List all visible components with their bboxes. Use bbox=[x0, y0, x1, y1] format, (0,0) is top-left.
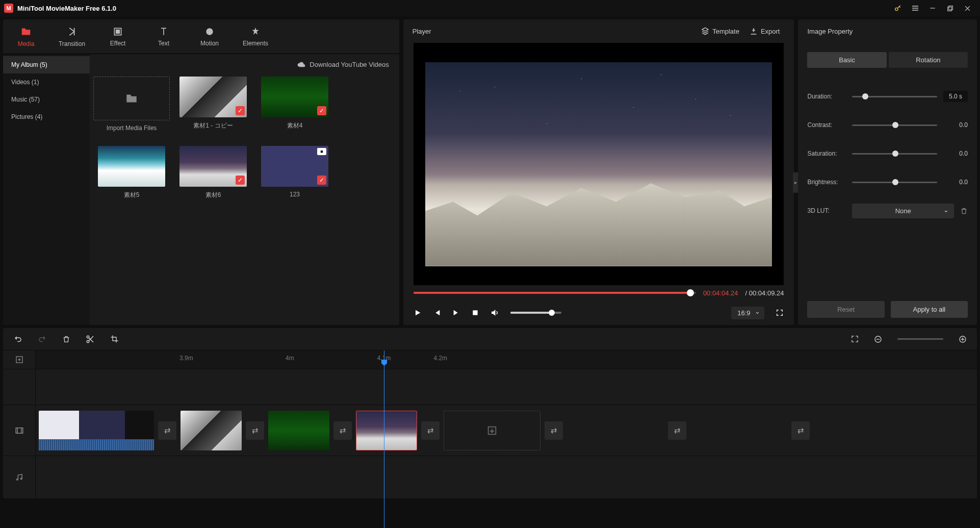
svg-point-15 bbox=[20, 478, 22, 480]
media-thumbnail[interactable]: ■ ✓ bbox=[261, 146, 328, 187]
clip-placeholder[interactable] bbox=[444, 411, 540, 450]
tab-basic[interactable]: Basic bbox=[807, 52, 886, 68]
split-button[interactable] bbox=[86, 335, 95, 344]
zoom-out-button[interactable] bbox=[874, 335, 882, 343]
clip-placeholder[interactable] bbox=[567, 411, 664, 450]
download-youtube-link[interactable]: Download YouTube Videos bbox=[310, 61, 389, 68]
media-thumbnail[interactable]: ✓ bbox=[179, 77, 247, 117]
maximize-icon[interactable] bbox=[941, 0, 959, 16]
hamburger-menu-icon[interactable] bbox=[907, 0, 924, 16]
reset-button[interactable]: Reset bbox=[807, 301, 884, 318]
delete-button[interactable] bbox=[62, 335, 70, 343]
timeline-clip[interactable] bbox=[39, 411, 154, 450]
tab-rotation[interactable]: Rotation bbox=[889, 52, 968, 68]
media-tabs: Media Transition Effect Text Motion Elem… bbox=[3, 19, 399, 54]
next-frame-button[interactable] bbox=[452, 309, 460, 317]
stop-button[interactable] bbox=[472, 309, 479, 316]
timeline-clip[interactable] bbox=[180, 411, 242, 450]
undo-button[interactable] bbox=[13, 335, 22, 344]
upgrade-key-icon[interactable] bbox=[889, 0, 907, 16]
tab-label: Effect bbox=[110, 40, 125, 47]
sidebar-item-music[interactable]: Music (57) bbox=[3, 91, 90, 108]
sidebar-item-pictures[interactable]: Pictures (4) bbox=[3, 108, 90, 125]
aspect-ratio-select[interactable]: 16:9 bbox=[731, 307, 764, 319]
sidebar-item-videos[interactable]: Videos (1) bbox=[3, 73, 90, 91]
timeline-clip-selected[interactable] bbox=[356, 411, 417, 450]
close-icon[interactable] bbox=[959, 0, 976, 16]
template-button[interactable]: Template bbox=[696, 24, 744, 38]
audio-track-icon bbox=[3, 456, 36, 498]
media-thumbnail[interactable]: ✓ bbox=[261, 77, 328, 117]
add-track-button[interactable] bbox=[3, 350, 36, 369]
transition-slot[interactable]: ⇄ bbox=[421, 421, 440, 440]
volume-icon[interactable] bbox=[490, 308, 499, 317]
effect-icon bbox=[113, 27, 123, 37]
import-media-button[interactable] bbox=[93, 77, 170, 120]
transition-slot[interactable]: ⇄ bbox=[333, 421, 352, 440]
time-current: 00:04:04.24 bbox=[703, 289, 738, 297]
minimize-icon[interactable] bbox=[924, 0, 941, 16]
prev-frame-button[interactable] bbox=[433, 309, 441, 317]
volume-slider[interactable] bbox=[510, 312, 561, 314]
ruler-tick: 3.9m bbox=[179, 355, 193, 362]
panel-collapse-handle[interactable]: ▸ bbox=[793, 172, 798, 193]
template-label: Template bbox=[712, 28, 739, 35]
tab-text[interactable]: Text bbox=[141, 19, 187, 54]
duration-label: Duration: bbox=[807, 93, 846, 100]
brightness-label: Brightness: bbox=[807, 179, 846, 186]
timeline-panel: 3.9m 4m 4.1m 4.2m ⇄ ⇄ ⇄ ⇄ ⇄ ⇄ ⇄ bbox=[3, 328, 977, 498]
media-label: 素材4 bbox=[287, 121, 303, 130]
media-thumbnail[interactable] bbox=[98, 146, 165, 187]
duration-slider[interactable] bbox=[852, 96, 937, 97]
used-check-icon: ✓ bbox=[317, 175, 326, 185]
fit-zoom-button[interactable] bbox=[851, 335, 859, 343]
svg-rect-4 bbox=[116, 30, 120, 33]
export-icon bbox=[750, 27, 758, 35]
contrast-slider[interactable] bbox=[852, 124, 937, 126]
timeline-ruler[interactable]: 3.9m 4m 4.1m 4.2m bbox=[36, 350, 977, 369]
preview-viewport[interactable] bbox=[414, 43, 784, 285]
duration-value[interactable]: 5.0 s bbox=[943, 91, 968, 102]
transition-icon bbox=[66, 26, 78, 37]
svg-point-0 bbox=[895, 8, 898, 10]
redo-button[interactable] bbox=[38, 335, 47, 344]
playback-scrubber[interactable] bbox=[414, 292, 696, 294]
fullscreen-button[interactable] bbox=[776, 309, 784, 317]
transition-slot[interactable]: ⇄ bbox=[668, 421, 686, 440]
used-check-icon: ✓ bbox=[317, 106, 326, 115]
ruler-tick: 4m bbox=[286, 355, 294, 362]
tab-media[interactable]: Media bbox=[3, 19, 49, 54]
video-track[interactable]: ⇄ ⇄ ⇄ ⇄ ⇄ ⇄ ⇄ bbox=[36, 405, 977, 456]
tab-elements[interactable]: Elements bbox=[233, 19, 278, 54]
sidebar-item-myalbum[interactable]: My Album (5) bbox=[3, 56, 90, 73]
media-thumbnail[interactable]: ✓ bbox=[179, 146, 247, 187]
transition-slot[interactable]: ⇄ bbox=[545, 421, 563, 440]
svg-rect-6 bbox=[473, 310, 477, 315]
contrast-label: Contrast: bbox=[807, 121, 846, 129]
audio-track[interactable] bbox=[36, 456, 977, 498]
tab-motion[interactable]: Motion bbox=[187, 19, 233, 54]
crop-button[interactable] bbox=[110, 335, 119, 343]
brightness-slider[interactable] bbox=[852, 182, 937, 183]
clip-placeholder[interactable] bbox=[690, 411, 787, 450]
zoom-in-button[interactable] bbox=[959, 335, 967, 343]
tab-effect[interactable]: Effect bbox=[95, 19, 141, 54]
transition-slot[interactable]: ⇄ bbox=[246, 421, 264, 440]
used-check-icon: ✓ bbox=[236, 106, 245, 115]
lut-delete-icon[interactable] bbox=[960, 207, 968, 215]
transition-slot[interactable]: ⇄ bbox=[158, 421, 176, 440]
scrubber-thumb[interactable] bbox=[687, 289, 694, 296]
playhead[interactable] bbox=[384, 350, 384, 528]
zoom-slider[interactable] bbox=[897, 338, 943, 340]
transition-slot[interactable]: ⇄ bbox=[791, 421, 810, 440]
apply-all-button[interactable]: Apply to all bbox=[891, 301, 968, 318]
play-button[interactable] bbox=[414, 309, 422, 317]
media-label: 123 bbox=[290, 191, 300, 198]
video-badge-icon: ■ bbox=[317, 148, 326, 155]
tab-transition[interactable]: Transition bbox=[49, 19, 95, 54]
export-button[interactable]: Export bbox=[744, 24, 785, 38]
timeline-clip[interactable] bbox=[268, 411, 329, 450]
app-logo-icon: M bbox=[4, 4, 13, 13]
lut-select[interactable]: None bbox=[852, 204, 954, 218]
saturation-slider[interactable] bbox=[852, 153, 937, 155]
